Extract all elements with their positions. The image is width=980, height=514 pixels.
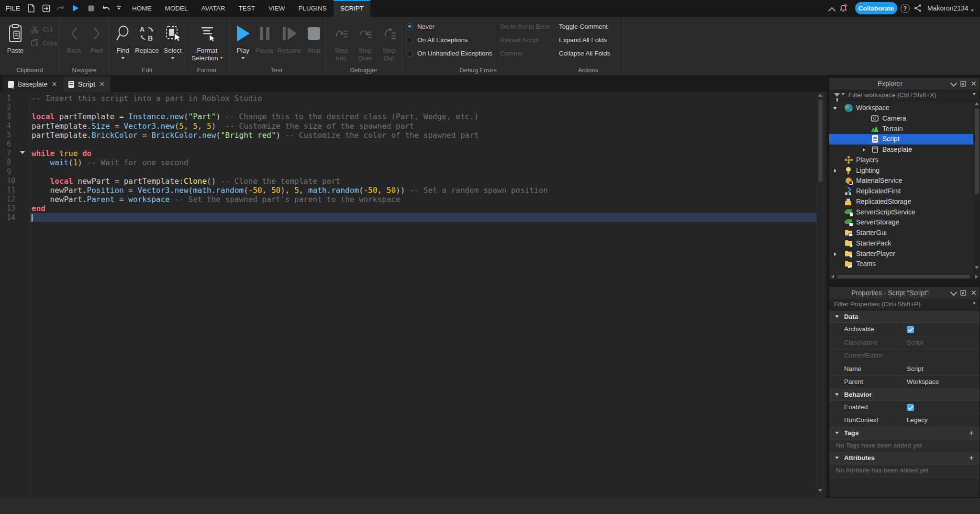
explorer-undock-icon[interactable]	[960, 81, 966, 87]
undo-icon[interactable]	[101, 3, 111, 13]
menu-tab-plugins[interactable]: PLUGINS	[292, 0, 334, 17]
tree-item-starterpack[interactable]: StarterPack	[829, 238, 973, 249]
explorer-scroll-down-icon[interactable]	[975, 266, 979, 269]
property-value[interactable]: Legacy	[907, 414, 928, 427]
tab-script-close-icon[interactable]: ✕	[99, 81, 105, 88]
code-line-13[interactable]: end	[32, 204, 45, 213]
section-header-behavior[interactable]: Behavior	[829, 389, 980, 401]
tree-item-startergui[interactable]: StarterGui	[829, 228, 973, 238]
tree-item-camera[interactable]: Camera	[829, 113, 973, 124]
open-icon[interactable]	[41, 3, 51, 13]
stop-button[interactable]: Stop	[304, 22, 323, 55]
explorer-filter-input[interactable]: Filter workspace (Ctrl+Shift+X)	[829, 89, 980, 101]
menu-tab-script[interactable]: SCRIPT	[334, 0, 371, 17]
collapse-all-folds-button[interactable]: Collapse All Folds	[559, 49, 610, 58]
explorer-scroll-right-icon[interactable]	[975, 275, 978, 279]
menu-tab-view[interactable]: VIEW	[262, 0, 292, 17]
add-attributes-button[interactable]: +	[969, 452, 974, 464]
section-collapse-icon[interactable]	[835, 457, 839, 461]
notifications-bell-icon[interactable]	[838, 3, 848, 13]
editor-vscrollbar[interactable]	[817, 92, 824, 498]
section-collapse-icon[interactable]	[835, 432, 839, 436]
radio-on-unhandled-exceptions[interactable]: On Unhandled Exceptions	[406, 49, 492, 57]
properties-filter-input[interactable]: Filter Properties (Ctrl+Shift+P)	[829, 299, 980, 310]
menu-tab-home[interactable]: HOME	[125, 0, 158, 17]
new-file-icon[interactable]	[26, 3, 36, 13]
collapse-ribbon-icon[interactable]	[827, 6, 836, 15]
collapse-arrow-icon[interactable]	[834, 169, 838, 173]
play-button[interactable]: Play	[233, 22, 253, 61]
tree-item-script[interactable]: Script	[829, 134, 973, 145]
tree-item-players[interactable]: Players	[829, 155, 973, 166]
tree-item-serverscriptservice[interactable]: ServerScriptService	[829, 207, 973, 218]
explorer-vscrollbar[interactable]	[973, 101, 980, 273]
explorer-close-icon[interactable]: ✕	[970, 80, 977, 87]
back-button[interactable]: Back	[63, 22, 85, 55]
code-line-10[interactable]: local newPart = partTemplate:Clone() -- …	[32, 177, 340, 186]
properties-undock-icon[interactable]	[960, 290, 966, 296]
section-collapse-icon[interactable]	[835, 393, 839, 398]
editor-vscroll-thumb[interactable]	[818, 100, 823, 182]
cut-button[interactable]: Cut	[31, 24, 53, 34]
help-icon[interactable]: ?	[901, 4, 910, 13]
pause-button[interactable]: Pause	[254, 22, 275, 55]
tree-item-baseplate[interactable]: Baseplate	[829, 145, 973, 155]
tree-item-replicatedstorage[interactable]: ReplicatedStorage	[829, 197, 973, 207]
code-line-3[interactable]: local partTemplate = Instance.new("Part"…	[32, 112, 479, 121]
copy-button[interactable]: Copy	[31, 37, 58, 48]
explorer-collapse-icon[interactable]	[950, 79, 957, 86]
tab-baseplate[interactable]: Baseplate ✕	[3, 77, 63, 92]
section-header-tags[interactable]: Tags+	[829, 427, 980, 439]
scroll-up-icon[interactable]	[818, 94, 822, 97]
select-button[interactable]: Select	[161, 22, 185, 61]
format-selection-button[interactable]: Format Selection	[188, 22, 226, 62]
radio-on-all-exceptions[interactable]: On All Exceptions	[406, 36, 468, 44]
properties-header[interactable]: Properties - Script "Script" ✕	[829, 287, 980, 299]
archivable-checkbox[interactable]	[907, 326, 914, 333]
enabled-checkbox[interactable]	[907, 404, 914, 411]
expand-all-folds-button[interactable]: Expand All Folds	[559, 36, 607, 45]
editor-hscrollbar[interactable]	[0, 498, 980, 514]
file-menu-button[interactable]: FILE	[6, 0, 21, 17]
fwd-button[interactable]: Fwd	[86, 22, 107, 55]
menu-tab-model[interactable]: MODEL	[158, 0, 195, 17]
properties-collapse-icon[interactable]	[950, 289, 957, 295]
explorer-hscroll-thumb[interactable]	[837, 275, 970, 279]
code-line-4[interactable]: partTemplate.Size = Vector3.new(5, 5, 5)…	[32, 122, 414, 131]
code-line-5[interactable]: partTemplate.BrickColor = BrickColor.new…	[32, 131, 479, 140]
tree-item-workspace[interactable]: Workspace	[829, 103, 973, 113]
step-over-button[interactable]: Step Over	[354, 22, 376, 62]
tree-item-starterplayer[interactable]: StarterPlayer	[829, 249, 973, 259]
tab-baseplate-close-icon[interactable]: ✕	[51, 81, 57, 88]
username-menu[interactable]: Makoron2134	[927, 0, 969, 17]
section-header-attributes[interactable]: Attributes+	[829, 452, 980, 464]
reload-script-button[interactable]: Reload Script	[500, 36, 539, 45]
tree-item-serverstorage[interactable]: ServerStorage	[829, 217, 973, 228]
add-tags-button[interactable]: +	[969, 427, 974, 439]
explorer-vscroll-thumb[interactable]	[975, 108, 979, 194]
paste-button[interactable]: Paste	[3, 22, 28, 55]
property-value[interactable]: Script	[907, 336, 924, 349]
menu-tab-avatar[interactable]: AVATAR	[195, 0, 232, 17]
script-editor[interactable]: 1234567891011121314 -- Insert this scrip…	[0, 92, 826, 498]
property-value[interactable]: Workspace	[907, 376, 939, 389]
quick-stop-icon[interactable]	[86, 3, 96, 13]
tree-item-teams[interactable]: Teams	[829, 259, 973, 269]
tree-item-terrain[interactable]: Terrain	[829, 124, 973, 134]
menu-tab-test[interactable]: TEST	[232, 0, 262, 17]
code-line-12[interactable]: newPart.Parent = workspace -- Set the sp…	[32, 195, 401, 204]
radio-never[interactable]: Never	[406, 22, 434, 31]
code-line-8[interactable]: wait(1) -- Wait for one second	[32, 158, 189, 167]
code-line-7[interactable]: while true do	[32, 149, 91, 158]
step-out-button[interactable]: Step Out	[378, 22, 400, 62]
go-to-script-error-button[interactable]: Go to Script Error	[500, 22, 550, 31]
tree-item-materialservice[interactable]: MaterialService	[829, 176, 973, 186]
tab-script[interactable]: Script ✕	[63, 77, 110, 92]
properties-close-icon[interactable]: ✕	[970, 290, 977, 296]
tree-item-replicatedfirst[interactable]: ReplicatedFirst	[829, 186, 973, 197]
toggle-comment-button[interactable]: Toggle Comment	[559, 22, 608, 31]
scroll-down-icon[interactable]	[818, 489, 822, 492]
collaborate-button[interactable]: Collaborate	[855, 2, 897, 14]
share-icon[interactable]	[913, 3, 923, 13]
explorer-header[interactable]: Explorer ✕	[829, 78, 980, 90]
